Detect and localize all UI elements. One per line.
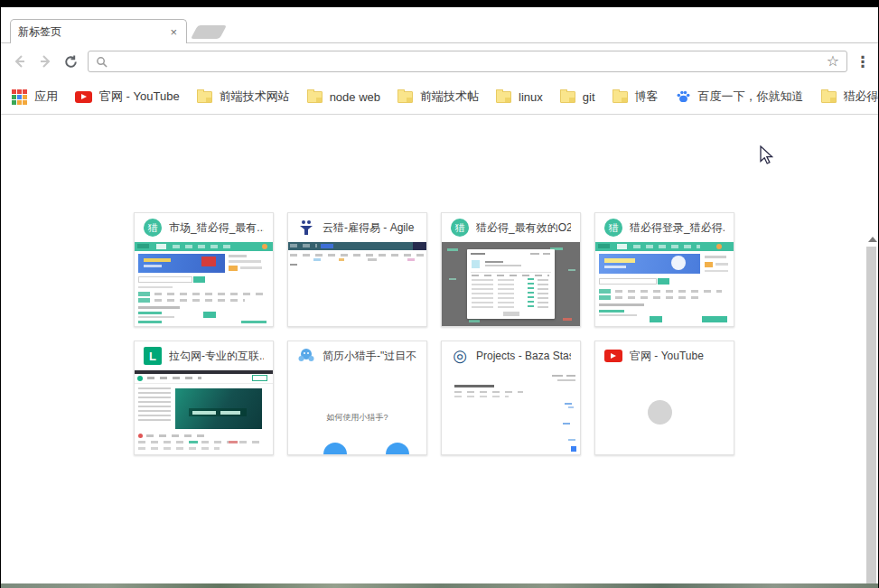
tile-title: 拉勾网-专业的互联... (169, 349, 264, 364)
deco (472, 260, 480, 268)
deco (449, 278, 456, 280)
most-visited-tile[interactable]: 简历小猎手-"过目不... 如何使用小猎手? (287, 341, 427, 455)
deco (530, 253, 539, 255)
most-visited-tile[interactable]: ◎ Projects - Baza Stash (441, 341, 581, 455)
address-bar[interactable]: ☆ (88, 51, 847, 72)
most-visited-tile[interactable]: L 拉勾网-专业的互联... (134, 341, 274, 455)
yunlie-favicon (297, 219, 315, 237)
bookmark-apps[interactable]: 应用 (12, 89, 58, 105)
forward-arrow-icon (37, 53, 53, 70)
deco (469, 320, 480, 322)
deco (138, 276, 192, 283)
liebide-favicon: 猎 (451, 219, 469, 237)
deco (413, 242, 426, 250)
desktop-edge-strip (1, 583, 879, 588)
tile-title: 猎必得_最有效的O2... (476, 220, 571, 236)
bookmark-folder[interactable]: linux (496, 90, 543, 104)
tile-thumbnail (595, 370, 734, 454)
tile-thumbnail (135, 242, 273, 326)
deco (189, 441, 198, 443)
bookmark-folder[interactable]: 前端技术帖 (397, 89, 479, 105)
back-arrow-icon (12, 53, 28, 70)
bookmark-folder[interactable]: 前端技术网站 (197, 89, 290, 105)
tile-header: ◎ Projects - Baza Stash (442, 341, 580, 370)
deco (658, 278, 669, 285)
tile-thumbnail (288, 242, 426, 326)
reload-button[interactable] (59, 50, 82, 73)
deco (154, 299, 245, 302)
bookmark-label: node web (330, 90, 380, 104)
deco (447, 248, 458, 251)
bookmark-youtube[interactable]: 官网 - YouTube (75, 89, 180, 105)
deco (604, 266, 626, 268)
deco (193, 276, 205, 283)
tile-title: 猎必得登录_猎必得... (630, 220, 725, 236)
baidu-paw-icon (676, 89, 691, 104)
vertical-scrollbar[interactable] (865, 229, 879, 588)
deco (552, 375, 563, 377)
address-input[interactable] (113, 52, 821, 70)
tile-thumbnail: 如何使用小猎手? (288, 370, 426, 454)
deco (368, 258, 377, 261)
deco (407, 258, 415, 261)
forward-button[interactable] (33, 50, 57, 73)
tab-new-tab-page[interactable]: 新标签页 × (10, 19, 187, 43)
deco (137, 244, 149, 248)
scroll-up-arrow-icon[interactable] (868, 237, 877, 242)
browser-menu-button[interactable]: ⋮ (851, 50, 874, 73)
deco (203, 312, 216, 318)
most-visited-grid: 猎 市场_猎必得_最有... (134, 212, 734, 455)
most-visited-tile[interactable]: 官网 - YouTube (594, 341, 734, 455)
bookmark-folder[interactable]: node web (307, 90, 380, 104)
search-icon (96, 56, 108, 68)
deco (229, 260, 261, 263)
new-tab-page: 猎 市场_猎必得_最有... (1, 115, 879, 583)
back-button[interactable] (8, 50, 32, 73)
deco (229, 441, 238, 443)
deco (705, 270, 728, 272)
deco (147, 377, 201, 379)
most-visited-tile[interactable]: 云猎-雇得易 - Agile ... (287, 212, 427, 327)
youtube-icon (75, 91, 92, 103)
apps-grid-icon (12, 89, 27, 105)
deco (138, 316, 174, 318)
deco (472, 275, 549, 276)
folder-icon (397, 91, 413, 103)
deco (138, 387, 171, 422)
scrollbar-thumb[interactable] (866, 247, 876, 588)
deco (633, 245, 700, 248)
deco (503, 312, 519, 316)
most-visited-tile[interactable]: 猎 猎必得_最有效的O2... (441, 212, 581, 327)
tile-thumbnail (595, 242, 734, 326)
tile-header: L 拉勾网-专业的互联... (135, 341, 273, 370)
bookmark-folder[interactable]: git (560, 90, 595, 104)
bookmark-label: 应用 (34, 89, 58, 105)
deco (454, 396, 509, 397)
deco (313, 258, 321, 261)
deco (138, 312, 162, 314)
bookmark-star-icon[interactable]: ☆ (827, 52, 839, 70)
bookmark-baidu[interactable]: 百度一下，你就知道 (676, 89, 804, 105)
browser-window: (5 腾飞 — □ × 新标签页 × (0, 0, 879, 588)
deco (568, 269, 575, 271)
deco (498, 279, 514, 310)
bookmark-folder[interactable]: 博客 (612, 89, 659, 105)
deco (454, 391, 523, 393)
deco (240, 266, 262, 269)
most-visited-tile[interactable]: 猎 市场_猎必得_最有... (134, 212, 274, 327)
deco (617, 244, 627, 249)
deco (599, 314, 637, 316)
deco (485, 261, 503, 263)
deco (557, 379, 575, 381)
deco (568, 406, 574, 408)
bookmark-label: 官网 - YouTube (99, 89, 180, 105)
xiaolieshou-favicon (297, 347, 315, 365)
deco (138, 286, 173, 288)
deco (290, 264, 297, 266)
most-visited-tile[interactable]: 猎 猎必得登录_猎必得... (594, 212, 734, 327)
bookmark-folder[interactable]: 猎必得 (821, 89, 879, 105)
tile-header: 云猎-雇得易 - Agile ... (288, 213, 426, 242)
deco (138, 434, 143, 438)
tab-close-icon[interactable]: × (168, 25, 179, 39)
deco (262, 244, 267, 249)
